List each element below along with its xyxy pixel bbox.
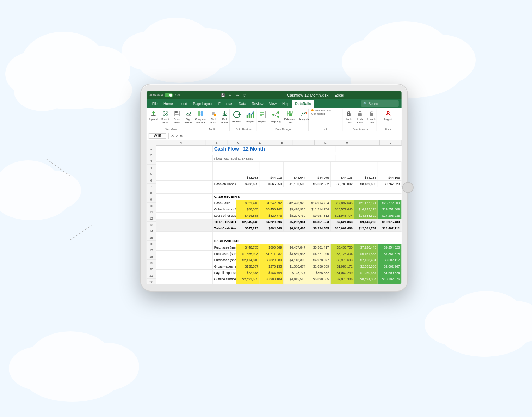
cell-1A[interactable] — [156, 146, 213, 152]
cell-4A[interactable] — [156, 168, 213, 174]
cell-19E[interactable]: $1,380,674 — [284, 263, 307, 270]
cell-11G[interactable]: $11,948,774 — [331, 213, 354, 219]
cell-reference[interactable]: W15 — [149, 133, 166, 139]
cell-21I[interactable]: $10,192,876 — [378, 276, 402, 282]
cell-19H[interactable]: $2,385,805 — [354, 263, 378, 270]
cell-21G[interactable]: $7,078,386 — [331, 276, 354, 282]
cell-11A[interactable] — [156, 213, 213, 219]
cell-4E[interactable] — [284, 168, 307, 174]
cell-20C[interactable]: $72,378 — [236, 270, 260, 276]
cell-17I[interactable]: $7,381,878 — [378, 251, 402, 257]
cell-20D[interactable]: $144,755 — [260, 270, 284, 276]
cell-22D[interactable]: $325,929 — [260, 282, 284, 284]
cell-16A[interactable] — [156, 244, 213, 251]
formula-fx-icon[interactable]: fx — [180, 134, 183, 138]
save-draft-button[interactable]: SaveDraft — [172, 109, 182, 125]
redo-icon[interactable]: ↪ — [235, 93, 240, 98]
cell-4G[interactable] — [331, 168, 354, 174]
cell-10F[interactable]: $11,314,704 — [307, 206, 331, 213]
cell-8B[interactable]: CASH RECEIPTS — [213, 194, 385, 200]
cell-19F[interactable]: $1,656,809 — [307, 263, 331, 270]
cell-22G[interactable]: $2,346,690 — [331, 282, 354, 284]
cell-22B[interactable]: Supplies (office & oper.) — [213, 282, 236, 284]
cell-11F[interactable]: $9,957,312 — [307, 213, 331, 219]
insights-button[interactable]: Insights — [244, 109, 256, 124]
cell-9G[interactable]: $17,897,645 — [331, 200, 354, 206]
cell-5D[interactable]: $44,013 — [260, 174, 284, 181]
autosave-toggle[interactable] — [165, 93, 173, 97]
cell-6G[interactable]: $6,783,002 — [331, 181, 354, 187]
cell-3D[interactable] — [260, 162, 284, 168]
tab-help[interactable]: Help — [279, 100, 292, 108]
unlock-cells-button[interactable]: UnlockCells — [366, 109, 377, 125]
cell-16C[interactable]: $446,785 — [236, 244, 260, 251]
cell-3A[interactable] — [156, 162, 213, 168]
cell-1B[interactable]: Cash Flow - 12 Month — [213, 146, 336, 152]
cell-19I[interactable]: $2,862,967 — [378, 263, 402, 270]
cell-12I[interactable]: $10,975,483 — [378, 219, 402, 225]
cell-17B[interactable]: Purchases (specify) — [213, 251, 236, 257]
cell-11B[interactable]: Loan/ other cash inj — [213, 213, 236, 219]
cell-4F[interactable] — [307, 168, 331, 174]
cell-18H[interactable]: $7,168,431 — [354, 257, 378, 263]
cell-9C[interactable]: $621,446 — [236, 200, 260, 206]
cell-13F[interactable]: $8,334,555 — [307, 225, 331, 232]
cell-22I[interactable]: $3,379,234 — [378, 282, 402, 284]
cell-6A[interactable] — [156, 181, 213, 187]
cell-17H[interactable]: $6,151,565 — [354, 251, 378, 257]
cell-22C[interactable]: $162,965 — [236, 282, 260, 284]
sign-version-button[interactable]: SignVersion — [183, 109, 194, 125]
cell-16H[interactable]: $7,720,440 — [354, 244, 378, 251]
cell-10E[interactable]: $9,428,920 — [284, 206, 307, 213]
cell-17C[interactable]: $1,355,993 — [236, 251, 260, 257]
cell-13A[interactable] — [156, 225, 213, 232]
cell-9I[interactable]: $25,772,609 — [378, 200, 402, 206]
cell-18D[interactable]: $3,829,680 — [260, 257, 284, 263]
analysis-button[interactable]: Analysis — [297, 109, 310, 122]
cell-10H[interactable]: $16,293,174 — [354, 206, 378, 213]
cell-21F[interactable]: $5,898,655 — [307, 276, 331, 282]
cell-10I[interactable]: $19,551,809 — [378, 206, 402, 213]
cell-21B[interactable]: Outside services — [213, 276, 236, 282]
cell-3C[interactable] — [236, 162, 260, 168]
extracted-cells-button[interactable]: ExtractedCells — [283, 109, 297, 125]
cell-17A[interactable] — [156, 251, 213, 257]
upload-button[interactable]: Upload — [148, 109, 159, 122]
cell-17G[interactable]: $5,126,304 — [331, 251, 354, 257]
cell-4C[interactable] — [236, 168, 260, 174]
compare-versions-button[interactable]: CompareVersions — [193, 109, 207, 125]
cell-17D[interactable]: $1,711,987 — [260, 251, 284, 257]
cell-16D[interactable]: $893,569 — [260, 244, 284, 251]
cell-audit-button[interactable]: CellAudit — [208, 109, 218, 125]
filter-icon[interactable]: ▽ — [242, 93, 247, 98]
cell-5G[interactable]: $44,105 — [331, 174, 354, 181]
logout-button[interactable]: Logout — [383, 109, 394, 122]
cell-3H[interactable] — [354, 162, 378, 168]
cell-13E[interactable]: $6,945,463 — [284, 225, 307, 232]
cell-12G[interactable]: $7,621,863 — [331, 219, 354, 225]
cell-20G[interactable]: $1,042,239 — [331, 270, 354, 276]
cell-3F[interactable] — [307, 162, 331, 168]
cell-20F[interactable]: $868,532 — [307, 270, 331, 276]
formula-x-icon[interactable]: ✕ — [171, 134, 174, 138]
cell-12F[interactable]: $6,351,553 — [307, 219, 331, 225]
cell-13H[interactable]: $12,001,759 — [354, 225, 378, 232]
cell-18I[interactable]: $8,602,117 — [378, 257, 402, 263]
cell-6F[interactable]: $5,662,502 — [307, 181, 331, 187]
cell-12H[interactable]: $9,146,236 — [354, 219, 378, 225]
cell-21H[interactable]: $8,494,064 — [354, 276, 378, 282]
cell-6I[interactable]: $9,767,523 — [378, 181, 402, 187]
cell-2A[interactable] — [156, 155, 213, 162]
cell-6D[interactable]: $565,250 — [260, 181, 284, 187]
tab-insert[interactable]: Insert — [176, 100, 190, 108]
cell-18A[interactable] — [156, 257, 213, 263]
cell-20E[interactable]: $723,777 — [284, 270, 307, 276]
cell-22E[interactable]: $1,629,646 — [284, 282, 307, 284]
cell-9E[interactable]: $12,428,920 — [284, 200, 307, 206]
formula-input[interactable] — [185, 134, 399, 138]
formula-check-icon[interactable]: ✓ — [175, 134, 179, 138]
cell-19G[interactable]: $1,988,171 — [331, 263, 354, 270]
cell-9D[interactable]: $1,242,892 — [260, 200, 284, 206]
cell-12D[interactable]: $4,229,296 — [260, 219, 284, 225]
cell-6B[interactable]: Cash on Hand (beginning of month) — [213, 181, 236, 187]
